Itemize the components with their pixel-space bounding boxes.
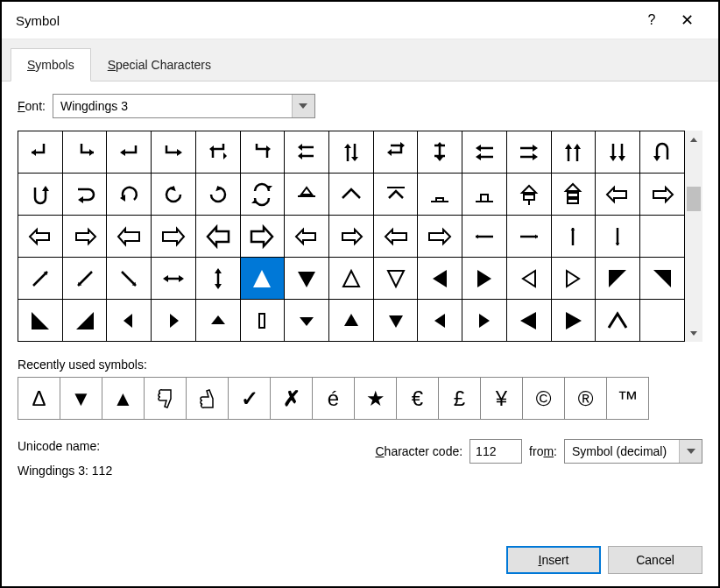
- symbol-cell-arrow-left-o[interactable]: [285, 216, 329, 258]
- symbol-cell-refresh[interactable]: [240, 174, 285, 216]
- symbol-cell-branch-right[interactable]: [240, 131, 285, 174]
- recent-symbol[interactable]: ®: [565, 378, 607, 420]
- symbol-cell-fill-right[interactable]: [462, 300, 507, 342]
- from-dropdown-icon[interactable]: [679, 440, 702, 463]
- recent-symbol[interactable]: é: [313, 378, 355, 420]
- symbol-cell-arrow-right-o[interactable]: [329, 216, 374, 258]
- symbol-cell-hollow-right[interactable]: [640, 174, 685, 216]
- symbol-cell-diag-ne[interactable]: [18, 258, 63, 300]
- symbol-cell-double-right[interactable]: [506, 131, 551, 174]
- tab-special-characters[interactable]: Special Characters: [91, 48, 228, 81]
- symbol-cell-thin-left[interactable]: [462, 216, 507, 258]
- symbol-cell-tri-left[interactable]: [418, 258, 462, 300]
- symbol-cell-double-down[interactable]: [596, 131, 640, 174]
- symbol-cell-outline-left[interactable]: [18, 216, 63, 258]
- symbol-cell-eject-up[interactable]: [506, 174, 551, 216]
- from-select[interactable]: Symbol (decimal): [564, 439, 702, 464]
- symbol-cell-wide-left[interactable]: [107, 216, 152, 258]
- help-icon[interactable]: ?: [634, 12, 669, 28]
- scroll-track[interactable]: [685, 148, 702, 324]
- symbol-cell-fill-left[interactable]: [418, 300, 462, 342]
- scroll-up-icon[interactable]: [685, 131, 702, 148]
- symbol-cell-redo[interactable]: [62, 174, 107, 216]
- symbol-cell-clockwise[interactable]: [152, 174, 196, 216]
- cancel-button[interactable]: Cancel: [608, 546, 702, 574]
- scroll-thumb[interactable]: [687, 187, 701, 211]
- symbol-cell-tri-outline-up[interactable]: [329, 258, 374, 300]
- symbol-cell-fill-up[interactable]: [329, 300, 374, 342]
- symbol-cell-corner-tl[interactable]: [596, 258, 640, 300]
- symbol-cell-box-low[interactable]: [418, 174, 462, 216]
- symbol-cell-diag-sw[interactable]: [62, 258, 107, 300]
- recent-symbol[interactable]: [187, 378, 229, 420]
- recent-symbol[interactable]: €: [397, 378, 439, 420]
- symbol-cell-undo[interactable]: [107, 174, 152, 216]
- symbol-cell-caret-top[interactable]: [373, 174, 418, 216]
- symbol-cell-ud[interactable]: [195, 258, 240, 300]
- symbol-cell-vrect[interactable]: [240, 300, 285, 342]
- recent-symbol[interactable]: ©: [523, 378, 565, 420]
- recent-symbol[interactable]: ▼: [60, 378, 102, 420]
- symbol-cell-cycle-1[interactable]: [373, 131, 418, 174]
- symbol-cell-big-right[interactable]: [240, 216, 285, 258]
- recent-symbol[interactable]: [145, 378, 187, 420]
- symbol-cell-tri-outline-down[interactable]: [373, 258, 418, 300]
- symbol-cell-double-up[interactable]: [551, 131, 596, 174]
- recent-symbol[interactable]: £: [439, 378, 481, 420]
- scroll-down-icon[interactable]: [685, 324, 702, 342]
- symbol-cell-down-left[interactable]: [18, 131, 63, 174]
- symbol-cell-big-tri-right[interactable]: [551, 300, 596, 342]
- symbol-cell-return-right[interactable]: [152, 131, 196, 174]
- symbol-cell-swap-left[interactable]: [285, 131, 329, 174]
- symbol-cell-tri-down[interactable]: [285, 258, 329, 300]
- symbol-cell-outline-right[interactable]: [62, 216, 107, 258]
- symbol-cell-box-high[interactable]: [462, 174, 507, 216]
- symbol-cell-u-turn-down[interactable]: [640, 131, 685, 174]
- symbol-cell-caret-up[interactable]: [329, 174, 374, 216]
- symbol-cell-tri-outline-left[interactable]: [506, 258, 551, 300]
- symbol-cell-cycle-2[interactable]: [418, 131, 462, 174]
- symbol-cell-fill-down[interactable]: [373, 300, 418, 342]
- symbol-cell-wide-right[interactable]: [152, 216, 196, 258]
- recent-symbol[interactable]: ™: [607, 378, 649, 420]
- symbol-cell-tri-outline-right[interactable]: [551, 258, 596, 300]
- character-code-input[interactable]: [469, 439, 522, 464]
- recent-symbol[interactable]: ✗: [271, 378, 313, 420]
- symbol-cell-diag-se[interactable]: [107, 258, 152, 300]
- recent-symbol[interactable]: Δ: [18, 378, 60, 420]
- close-icon[interactable]: ✕: [669, 11, 704, 30]
- symbol-cell-hollow-left[interactable]: [596, 174, 640, 216]
- symbol-cell-up-slant[interactable]: [285, 174, 329, 216]
- symbol-cell-a-up[interactable]: [596, 300, 640, 342]
- symbol-cell-lr[interactable]: [152, 258, 196, 300]
- symbol-cell-tri-up-sel[interactable]: [240, 258, 285, 300]
- symbol-cell-arrow-left-w[interactable]: [373, 216, 418, 258]
- symbol-cell-corner-tr[interactable]: [640, 258, 685, 300]
- symbol-cell-small-right[interactable]: [152, 300, 196, 342]
- symbol-cell-branch-left[interactable]: [195, 131, 240, 174]
- symbol-cell-small-left[interactable]: [107, 300, 152, 342]
- font-dropdown-icon[interactable]: [292, 95, 314, 117]
- symbol-cell-blank-b[interactable]: [640, 300, 685, 342]
- symbol-cell-double-left[interactable]: [462, 131, 507, 174]
- symbol-cell-thin-right[interactable]: [506, 216, 551, 258]
- symbol-cell-arrow-right-w[interactable]: [418, 216, 462, 258]
- recent-symbol[interactable]: ★: [355, 378, 397, 420]
- symbol-cell-return-left[interactable]: [107, 131, 152, 174]
- symbol-cell-big-left[interactable]: [195, 216, 240, 258]
- scrollbar[interactable]: [685, 131, 702, 342]
- symbol-cell-blank-a[interactable]: [640, 216, 685, 258]
- symbol-cell-corner-br[interactable]: [62, 300, 107, 342]
- symbol-cell-eject-mid[interactable]: [551, 174, 596, 216]
- symbol-cell-up-down[interactable]: [329, 131, 374, 174]
- recent-symbol[interactable]: ▲: [102, 378, 145, 420]
- symbol-cell-u-turn-up[interactable]: [18, 174, 63, 216]
- symbol-cell-big-tri-left[interactable]: [506, 300, 551, 342]
- tab-symbols[interactable]: Symbols: [11, 48, 91, 81]
- insert-button[interactable]: Insert: [506, 546, 601, 574]
- symbol-cell-thin-up[interactable]: [551, 216, 596, 258]
- symbol-cell-down-right[interactable]: [62, 131, 107, 174]
- symbol-cell-thin-down[interactable]: [596, 216, 640, 258]
- symbol-cell-small-up[interactable]: [195, 300, 240, 342]
- symbol-cell-tri-right[interactable]: [462, 258, 507, 300]
